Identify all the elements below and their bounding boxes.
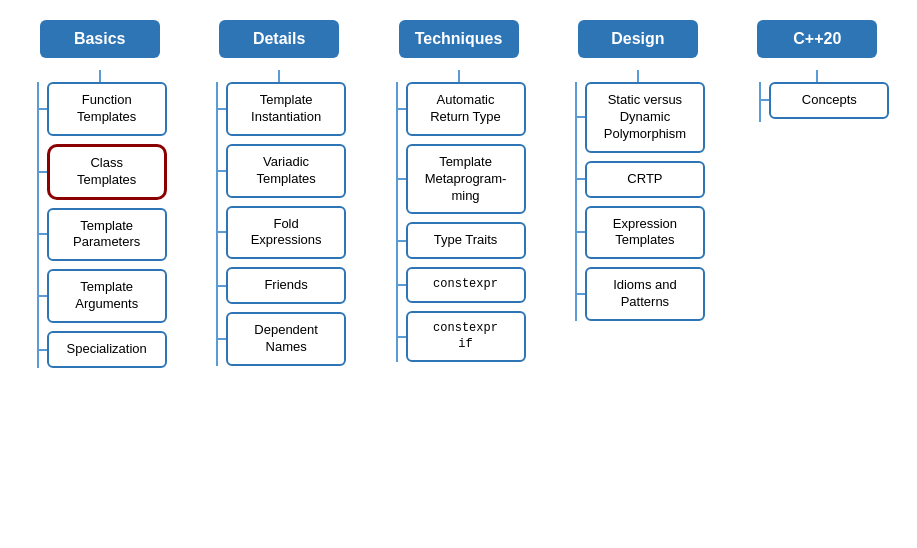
- node-constexpr-if[interactable]: constexprif: [406, 311, 526, 362]
- node-template-arguments[interactable]: TemplateArguments: [47, 269, 167, 323]
- node-friends[interactable]: Friends: [226, 267, 346, 304]
- h-connector: [39, 349, 47, 351]
- diagram: Basics FunctionTemplates ClassTemplates …: [0, 0, 917, 388]
- design-row-idioms-and-patterns: Idioms andPatterns: [577, 267, 713, 321]
- design-nodes: Static versusDynamicPolymorphism CRTP Ex…: [577, 82, 713, 321]
- h-connector: [398, 284, 406, 286]
- basics-row-function-templates: FunctionTemplates: [39, 82, 175, 136]
- column-design: Design Static versusDynamicPolymorphism …: [548, 20, 727, 321]
- h-connector: [218, 231, 226, 233]
- node-constexpr[interactable]: constexpr: [406, 267, 526, 303]
- h-connector: [577, 231, 585, 233]
- details-row-variadic-templates: VariadicTemplates: [218, 144, 354, 198]
- column-cpp20: C++20 Concepts: [728, 20, 907, 122]
- techniques-row-template-metaprogramming: TemplateMetaprogram-ming: [398, 144, 534, 215]
- basics-row-template-arguments: TemplateArguments: [39, 269, 175, 323]
- node-class-templates[interactable]: ClassTemplates: [47, 144, 167, 200]
- header-connector-cpp20: [816, 70, 818, 82]
- h-connector: [577, 116, 585, 118]
- node-idioms-and-patterns[interactable]: Idioms andPatterns: [585, 267, 705, 321]
- column-header-techniques: Techniques: [399, 20, 519, 58]
- details-tree-body: TemplateInstantiation VariadicTemplates …: [204, 82, 354, 366]
- details-nodes: TemplateInstantiation VariadicTemplates …: [218, 82, 354, 366]
- basics-nodes: FunctionTemplates ClassTemplates Templat…: [39, 82, 175, 368]
- techniques-row-constexpr-if: constexprif: [398, 311, 534, 362]
- header-connector-design: [637, 70, 639, 82]
- details-row-template-instantiation: TemplateInstantiation: [218, 82, 354, 136]
- basics-row-specialization: Specialization: [39, 331, 175, 368]
- h-connector: [39, 171, 47, 173]
- node-automatic-return-type[interactable]: AutomaticReturn Type: [406, 82, 526, 136]
- header-connector-techniques: [458, 70, 460, 82]
- node-template-parameters[interactable]: TemplateParameters: [47, 208, 167, 262]
- h-connector: [39, 108, 47, 110]
- node-fold-expressions[interactable]: FoldExpressions: [226, 206, 346, 260]
- h-connector: [218, 108, 226, 110]
- header-connector-details: [278, 70, 280, 82]
- design-row-static-vs-dynamic: Static versusDynamicPolymorphism: [577, 82, 713, 153]
- basics-tree-body: FunctionTemplates ClassTemplates Templat…: [25, 82, 175, 368]
- cpp20-tree-body: Concepts: [747, 82, 887, 122]
- details-row-dependent-names: DependentNames: [218, 312, 354, 366]
- techniques-row-type-traits: Type Traits: [398, 222, 534, 259]
- h-connector: [218, 338, 226, 340]
- node-dependent-names[interactable]: DependentNames: [226, 312, 346, 366]
- column-techniques: Techniques AutomaticReturn Type Template…: [369, 20, 548, 362]
- h-connector: [218, 170, 226, 172]
- techniques-row-constexpr: constexpr: [398, 267, 534, 303]
- header-connector-basics: [99, 70, 101, 82]
- cpp20-row-concepts: Concepts: [761, 82, 889, 119]
- h-connector: [577, 178, 585, 180]
- column-header-details: Details: [219, 20, 339, 58]
- column-header-design: Design: [578, 20, 698, 58]
- techniques-tree-body: AutomaticReturn Type TemplateMetaprogram…: [384, 82, 534, 362]
- design-row-expression-templates: ExpressionTemplates: [577, 206, 713, 260]
- h-connector: [577, 293, 585, 295]
- column-header-cpp20: C++20: [757, 20, 877, 58]
- techniques-nodes: AutomaticReturn Type TemplateMetaprogram…: [398, 82, 534, 362]
- column-details: Details TemplateInstantiation VariadicTe…: [189, 20, 368, 366]
- column-header-basics: Basics: [40, 20, 160, 58]
- h-connector: [398, 178, 406, 180]
- basics-row-template-parameters: TemplateParameters: [39, 208, 175, 262]
- techniques-row-automatic-return-type: AutomaticReturn Type: [398, 82, 534, 136]
- design-row-crtp: CRTP: [577, 161, 713, 198]
- node-function-templates[interactable]: FunctionTemplates: [47, 82, 167, 136]
- h-connector: [761, 99, 769, 101]
- node-template-instantiation[interactable]: TemplateInstantiation: [226, 82, 346, 136]
- node-type-traits[interactable]: Type Traits: [406, 222, 526, 259]
- h-connector: [398, 108, 406, 110]
- h-connector: [39, 233, 47, 235]
- basics-row-class-templates: ClassTemplates: [39, 144, 175, 200]
- column-basics: Basics FunctionTemplates ClassTemplates …: [10, 20, 189, 368]
- h-connector: [398, 240, 406, 242]
- node-crtp[interactable]: CRTP: [585, 161, 705, 198]
- h-connector: [218, 285, 226, 287]
- cpp20-nodes: Concepts: [761, 82, 889, 122]
- node-specialization[interactable]: Specialization: [47, 331, 167, 368]
- h-connector: [39, 295, 47, 297]
- details-row-fold-expressions: FoldExpressions: [218, 206, 354, 260]
- node-concepts[interactable]: Concepts: [769, 82, 889, 119]
- design-tree-body: Static versusDynamicPolymorphism CRTP Ex…: [563, 82, 713, 321]
- node-template-metaprogramming[interactable]: TemplateMetaprogram-ming: [406, 144, 526, 215]
- node-static-vs-dynamic[interactable]: Static versusDynamicPolymorphism: [585, 82, 705, 153]
- node-variadic-templates[interactable]: VariadicTemplates: [226, 144, 346, 198]
- details-row-friends: Friends: [218, 267, 354, 304]
- h-connector: [398, 336, 406, 338]
- node-expression-templates[interactable]: ExpressionTemplates: [585, 206, 705, 260]
